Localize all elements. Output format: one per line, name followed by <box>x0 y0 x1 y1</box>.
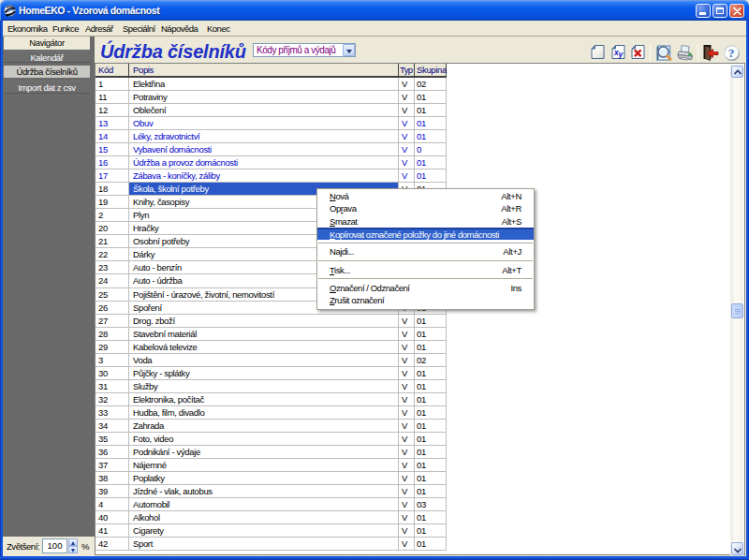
svg-text:?: ? <box>728 46 735 60</box>
